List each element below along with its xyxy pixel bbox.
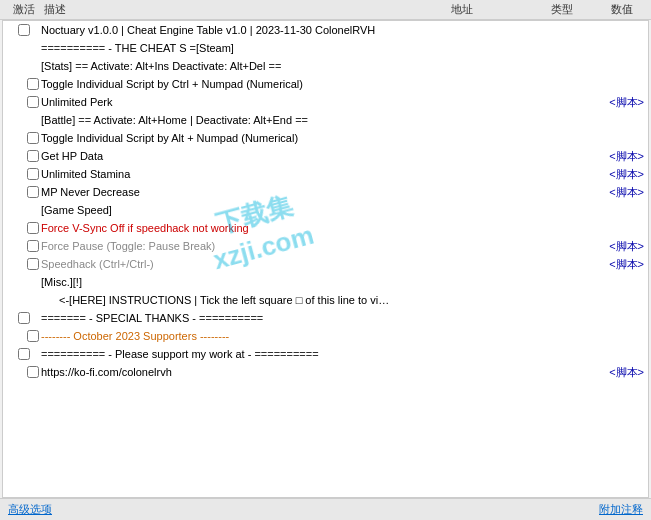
row-checkbox[interactable]	[27, 168, 39, 180]
row-desc: Toggle Individual Script by Alt + Numpad…	[41, 132, 394, 144]
checkbox-cell	[7, 132, 41, 144]
checkbox-cell	[7, 240, 41, 252]
row-desc: Toggle Individual Script by Ctrl + Numpa…	[41, 78, 394, 90]
checkbox-cell	[7, 222, 41, 234]
row-desc: <-[HERE] INSTRUCTIONS | Tick the left sq…	[41, 294, 394, 306]
footer-bar: 高级选项 附加注释	[0, 498, 651, 520]
table-row: <-[HERE] INSTRUCTIONS | Tick the left sq…	[3, 291, 648, 309]
table-row: MP Never Decrease<脚本>	[3, 183, 648, 201]
row-checkbox[interactable]	[27, 132, 39, 144]
checkbox-cell	[7, 24, 41, 36]
row-checkbox[interactable]	[27, 78, 39, 90]
row-value: <脚本>	[594, 257, 644, 272]
checkbox-cell	[7, 330, 41, 342]
table-row: [Stats] == Activate: Alt+Ins Deactivate:…	[3, 57, 648, 75]
add-notes-link[interactable]: 附加注释	[599, 502, 643, 517]
row-desc: MP Never Decrease	[41, 186, 394, 198]
row-value: <脚本>	[594, 149, 644, 164]
row-value: <脚本>	[594, 365, 644, 380]
row-desc: ========== - THE CHEAT S =[Steam]	[41, 42, 394, 54]
checkbox-cell	[7, 78, 41, 90]
row-desc: Noctuary v1.0.0 | Cheat Engine Table v1.…	[41, 24, 394, 36]
table-row: -------- October 2023 Supporters -------…	[3, 327, 648, 345]
row-desc: Speedhack (Ctrl+/Ctrl-)	[41, 258, 394, 270]
row-checkbox[interactable]	[18, 348, 30, 360]
checkbox-cell	[7, 312, 41, 324]
table-row: Unlimited Perk<脚本>	[3, 93, 648, 111]
table-row: Speedhack (Ctrl+/Ctrl-)<脚本>	[3, 255, 648, 273]
table-row: ========== - Please support my work at -…	[3, 345, 648, 363]
checkbox-cell	[7, 168, 41, 180]
table-row: Unlimited Stamina<脚本>	[3, 165, 648, 183]
table-row: Toggle Individual Script by Ctrl + Numpa…	[3, 75, 648, 93]
row-checkbox[interactable]	[27, 366, 39, 378]
row-value: <脚本>	[594, 185, 644, 200]
table-row: Force Pause (Toggle: Pause Break)<脚本>	[3, 237, 648, 255]
col-header-addr: 地址	[397, 2, 527, 17]
row-desc: [Misc.][!]	[41, 276, 394, 288]
row-desc: Unlimited Perk	[41, 96, 394, 108]
table-row: Force V-Sync Off if speedhack not workin…	[3, 219, 648, 237]
checkbox-cell	[7, 348, 41, 360]
cheat-table: Noctuary v1.0.0 | Cheat Engine Table v1.…	[2, 20, 649, 498]
row-value: <脚本>	[594, 167, 644, 182]
row-value: <脚本>	[594, 95, 644, 110]
row-checkbox[interactable]	[27, 240, 39, 252]
row-checkbox[interactable]	[27, 258, 39, 270]
row-desc: Force Pause (Toggle: Pause Break)	[41, 240, 394, 252]
checkbox-cell	[7, 186, 41, 198]
row-checkbox[interactable]	[27, 186, 39, 198]
row-desc: Force V-Sync Off if speedhack not workin…	[41, 222, 394, 234]
col-header-activate: 激活	[4, 2, 44, 17]
row-desc: ========== - Please support my work at -…	[41, 348, 394, 360]
table-row: https://ko-fi.com/colonelrvh<脚本>	[3, 363, 648, 381]
checkbox-cell	[7, 258, 41, 270]
table-row: [Battle] == Activate: Alt+Home | Deactiv…	[3, 111, 648, 129]
table-row: [Misc.][!]	[3, 273, 648, 291]
row-desc: ======= - SPECIAL THANKS - ==========	[41, 312, 394, 324]
row-desc: [Game Speed]	[41, 204, 394, 216]
row-value: <脚本>	[594, 239, 644, 254]
row-desc: -------- October 2023 Supporters -------…	[41, 330, 394, 342]
row-desc: Get HP Data	[41, 150, 394, 162]
checkbox-cell	[7, 150, 41, 162]
row-checkbox[interactable]	[18, 24, 30, 36]
column-headers: 激活 描述 地址 类型 数值	[0, 0, 651, 20]
table-row: Get HP Data<脚本>	[3, 147, 648, 165]
row-desc: [Battle] == Activate: Alt+Home | Deactiv…	[41, 114, 394, 126]
checkbox-cell	[7, 96, 41, 108]
row-checkbox[interactable]	[18, 312, 30, 324]
row-desc: Unlimited Stamina	[41, 168, 394, 180]
row-checkbox[interactable]	[27, 96, 39, 108]
table-row: [Game Speed]	[3, 201, 648, 219]
table-row: ========== - THE CHEAT S =[Steam]	[3, 39, 648, 57]
col-header-value: 数值	[597, 2, 647, 17]
row-checkbox[interactable]	[27, 150, 39, 162]
row-checkbox[interactable]	[27, 222, 39, 234]
col-header-desc: 描述	[44, 2, 397, 17]
table-row: Noctuary v1.0.0 | Cheat Engine Table v1.…	[3, 21, 648, 39]
checkbox-cell	[7, 366, 41, 378]
advanced-options-link[interactable]: 高级选项	[8, 502, 52, 517]
row-desc: [Stats] == Activate: Alt+Ins Deactivate:…	[41, 60, 394, 72]
row-checkbox[interactable]	[27, 330, 39, 342]
table-row: ======= - SPECIAL THANKS - ==========	[3, 309, 648, 327]
col-header-type: 类型	[527, 2, 597, 17]
table-row: Toggle Individual Script by Alt + Numpad…	[3, 129, 648, 147]
row-desc: https://ko-fi.com/colonelrvh	[41, 366, 394, 378]
